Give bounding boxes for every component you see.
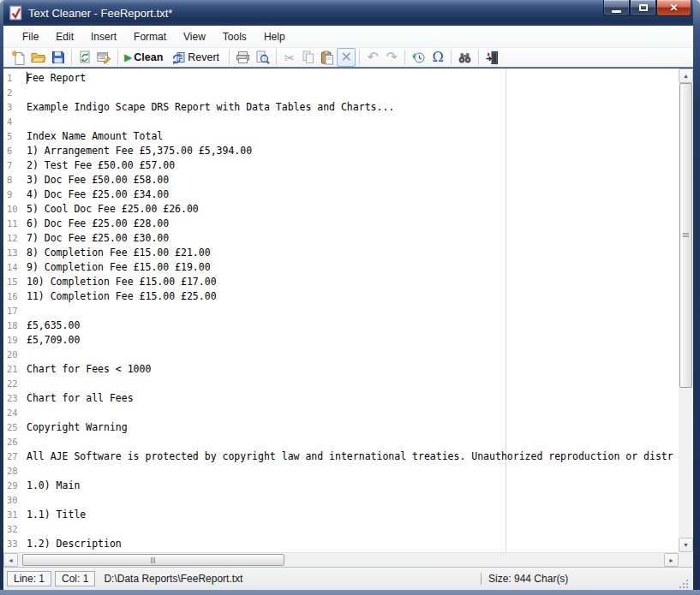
print-preview-icon (255, 51, 270, 65)
paste-button[interactable] (318, 48, 337, 67)
delete-button[interactable]: ✕ (337, 48, 356, 67)
new-document-button[interactable] (9, 48, 28, 67)
toolbar-separator (451, 50, 452, 65)
editor-line: 5 Index Name Amount Total (3, 129, 679, 144)
line-text: 3) Doc Fee £50.00 £58.00 (27, 173, 169, 187)
editor-line: 24 (3, 406, 679, 420)
line-number: 16 (3, 289, 27, 304)
toolbar: ▶ Clean Revert (3, 48, 693, 68)
line-text: 2) Test Fee £50.00 £57.00 (27, 158, 175, 173)
status-file-path: D:\Data Reports\FeeReport.txt (104, 573, 481, 585)
vertical-scroll-thumb[interactable] (679, 83, 692, 388)
clean-button[interactable]: ▶ Clean (122, 48, 169, 67)
line-number: 21 (3, 362, 27, 377)
omega-icon: Ω (432, 51, 443, 64)
undo-button[interactable]: ↶ (363, 48, 382, 67)
horizontal-scrollbar[interactable]: ◄ ► (3, 552, 679, 567)
insert-datetime-button[interactable] (409, 48, 428, 67)
save-icon (51, 51, 65, 64)
scroll-left-button[interactable]: ◄ (3, 553, 18, 567)
clean-play-icon: ▶ (124, 52, 132, 62)
line-number: 12 (3, 231, 27, 246)
cut-button[interactable]: ✂ (280, 48, 299, 67)
line-number: 15 (3, 275, 27, 289)
delete-x-icon: ✕ (340, 51, 351, 64)
scroll-right-button[interactable]: ► (664, 553, 679, 567)
editor-line: 33 1.2) Description (3, 537, 679, 551)
editor-line: 21 Chart for Fees < 1000 (3, 362, 679, 377)
redo-icon: ↷ (386, 51, 397, 64)
editor-line: 31 1.1) Title (3, 508, 679, 522)
open-button[interactable] (28, 48, 49, 67)
horizontal-scroll-thumb[interactable] (22, 554, 284, 566)
maximize-button[interactable] (630, 0, 656, 16)
arrow-up-icon: ▲ (683, 73, 689, 79)
editor-line: 32 (3, 522, 679, 537)
line-text: All AJE Software is protected by copyrig… (27, 449, 673, 464)
editor-line: 6 1) Arrangement Fee £5,375.00 £5,394.00 (3, 144, 679, 158)
print-preview-button[interactable] (253, 48, 272, 67)
line-text: 4) Doc Fee £25.00 £34.00 (27, 187, 169, 202)
line-text: Fee Report (27, 71, 86, 86)
refresh-document-icon (78, 51, 92, 64)
scroll-down-button[interactable]: ▼ (679, 538, 693, 552)
line-text: 7) Doc Fee £25.00 £30.00 (27, 231, 169, 246)
toolbar-separator (478, 50, 479, 65)
status-bar: Line: 1 Col: 1 D:\Data Reports\FeeReport… (3, 567, 693, 590)
exit-door-icon (485, 51, 499, 65)
status-size: Size: 944 Char(s) (481, 573, 676, 585)
editor-line: 29 1.0) Main (3, 479, 679, 493)
thumb-grip-icon (151, 557, 156, 563)
copy-button[interactable] (299, 48, 318, 67)
scroll-up-button[interactable]: ▲ (679, 68, 693, 83)
menu-item-insert[interactable]: Insert (82, 27, 125, 46)
menu-item-view[interactable]: View (175, 27, 214, 46)
thumb-grip-icon (683, 233, 689, 238)
revert-button[interactable]: Revert (169, 48, 225, 67)
find-button[interactable] (455, 48, 475, 67)
revert-label: Revert (188, 51, 219, 63)
menu-item-help[interactable]: Help (255, 27, 294, 46)
save-button[interactable] (49, 48, 68, 67)
line-number: 26 (3, 435, 27, 449)
line-number: 13 (3, 246, 27, 260)
editor-line: 13 8) Completion Fee £15.00 £21.00 (3, 246, 679, 260)
exit-button[interactable] (482, 48, 501, 67)
line-text: 5) Cool Doc Fee £25.00 £26.00 (27, 202, 199, 217)
line-number: 1 (3, 71, 27, 86)
toolbar-separator (359, 50, 360, 65)
menu-item-format[interactable]: Format (125, 27, 175, 46)
editor-line: 27 All AJE Software is protected by copy… (3, 449, 679, 464)
arrow-down-icon: ▼ (683, 542, 689, 548)
maximize-icon (639, 4, 648, 11)
menu-item-edit[interactable]: Edit (47, 27, 82, 46)
editor-line: 10 5) Cool Doc Fee £25.00 £26.00 (3, 202, 679, 217)
text-caret (27, 72, 27, 84)
print-button[interactable] (233, 48, 253, 67)
line-text: Example Indigo Scape DRS Report with Dat… (27, 100, 394, 115)
window-title: Text Cleaner - FeeReport.txt* (28, 7, 172, 20)
properties-button[interactable] (94, 48, 114, 67)
revert-icon (171, 51, 186, 65)
line-number: 24 (3, 406, 27, 420)
resize-grip[interactable] (678, 578, 690, 590)
line-number: 19 (3, 333, 27, 348)
menu-item-file[interactable]: File (14, 27, 47, 46)
close-button[interactable]: ✕ (656, 0, 691, 16)
refresh-document-button[interactable] (75, 48, 94, 67)
insert-symbol-button[interactable]: Ω (428, 48, 447, 67)
editor-line: 9 4) Doc Fee £25.00 £34.00 (3, 187, 679, 202)
line-number: 30 (3, 493, 27, 508)
minimize-button[interactable] (603, 0, 630, 16)
line-number: 2 (3, 86, 27, 100)
menu-item-tools[interactable]: Tools (214, 27, 255, 46)
status-col-indicator: Col: 1 (55, 571, 95, 586)
line-text: 8) Completion Fee £15.00 £21.00 (27, 246, 211, 260)
text-editor[interactable]: 1 Fee Report 2 3 Example Indigo Scape DR… (3, 68, 679, 552)
vertical-scrollbar[interactable]: ▲ ▼ (679, 68, 693, 552)
redo-button[interactable]: ↷ (382, 48, 401, 67)
editor-line: 14 9) Completion Fee £15.00 £19.00 (3, 260, 679, 275)
title-bar[interactable]: Text Cleaner - FeeReport.txt* ✕ (0, 0, 700, 26)
clean-label: Clean (134, 51, 163, 63)
line-number: 25 (3, 420, 27, 435)
